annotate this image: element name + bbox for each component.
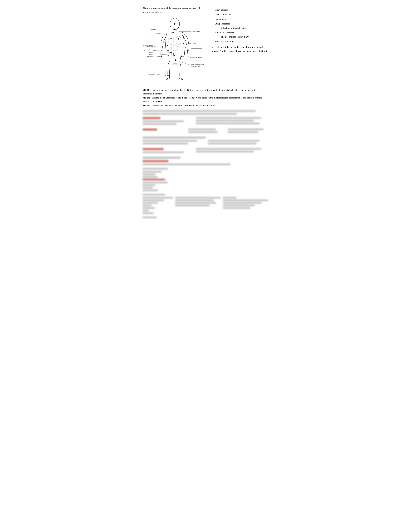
list-item-pneumonia: Pneumonia (212, 17, 268, 21)
svg-point-2 (168, 36, 174, 45)
body-diagram: Genitals (143, 16, 204, 83)
foot-ulcer-label: Foot ulcer/infection (215, 40, 234, 43)
learning-objectives: MI-20c . List the major anaerobes found … (143, 88, 268, 107)
svg-text:Peritonitis: Peritonitis (148, 52, 153, 53)
svg-line-31 (153, 50, 168, 51)
pleural-space-label: Infection of pleural space (221, 27, 246, 29)
svg-text:Diverticular abscess: Diverticular abscess (191, 57, 202, 58)
infection-list: Brain abscess Dental infections Pneumoni… (212, 8, 268, 43)
svg-text:Genitals: Genitals (173, 63, 177, 64)
dental-infections-label: Dental infections (215, 13, 232, 16)
svg-point-10 (170, 38, 171, 39)
svg-text:Decubitus and: Decubitus and (147, 72, 155, 74)
svg-text:Appendicitis: Appendicitis (147, 56, 153, 57)
svg-line-23 (157, 29, 175, 29)
right-column: Brain abscess Dental infections Pneumoni… (212, 6, 268, 83)
pneumonia-label: Pneumonia (215, 18, 226, 20)
svg-text:Cellulitis: Cellulitis (192, 43, 196, 44)
page-content: There are some common infections/process… (143, 6, 268, 219)
lung-abscesses-label: Lung abscesses (215, 22, 230, 25)
svg-line-28 (154, 46, 167, 47)
anatomy-diagram: Genitals (143, 16, 204, 83)
left-column: There are some common infections/process… (143, 6, 205, 83)
list-item-pleural: Infection of pleural space (218, 26, 268, 30)
page-top: There are some common infections/process… (143, 6, 268, 83)
svg-line-44 (184, 43, 191, 44)
objective-mi20c: MI-20c . List the major anaerobes found … (143, 88, 268, 95)
brain-abscess-label: Brain abscess (215, 9, 228, 11)
list-item-brain: Brain abscess (212, 8, 268, 12)
svg-point-9 (173, 32, 174, 33)
svg-point-3 (176, 36, 181, 45)
objective-mi20d-label: MI-20d (143, 96, 150, 99)
lung-sublist: Infection of pleural space (218, 26, 268, 30)
list-item-dental: Dental infections (212, 13, 268, 17)
svg-point-7 (174, 23, 176, 25)
objective-mi20d: MI-20d . List the major anaerobes found … (143, 96, 268, 103)
svg-text:Infection from bite: Infection from bite (192, 48, 202, 49)
summary-text: It is quite a list that anaerobes can pl… (212, 45, 268, 53)
anaerobe-risk-label: Risk of anaerobe escaping?? (221, 36, 249, 38)
abdomen-abscesses-label: Abdomen abscesses (215, 31, 234, 34)
objective-mi20e-text: . Describe the general principles of tre… (150, 104, 215, 107)
svg-point-11 (178, 38, 179, 39)
objective-mi20d-text: . List the major anaerobes found in the … (143, 96, 262, 103)
blurred-section (143, 110, 268, 219)
svg-line-26 (156, 33, 173, 34)
svg-text:Subphrenic abscess: Subphrenic abscess (143, 49, 153, 51)
svg-point-14 (168, 50, 168, 51)
svg-text:Chronic otitis, mastoiditis,: Chronic otitis, mastoiditis, (143, 27, 157, 29)
list-item-lung: Lung abscesses Infection of pleural spac… (212, 22, 268, 30)
svg-text:Abscess: Abscess (149, 54, 153, 55)
svg-point-12 (183, 43, 184, 44)
svg-line-48 (181, 56, 190, 57)
svg-text:foot ulcers: foot ulcers (149, 74, 155, 75)
svg-text:and empyema: and empyema (146, 46, 154, 48)
list-item-anaerobe-risk: Risk of anaerobe escaping?? (218, 35, 268, 39)
svg-line-37 (153, 56, 175, 57)
svg-line-39 (155, 74, 168, 76)
svg-text:and sinusitis: and sinusitis (150, 29, 156, 30)
svg-point-4 (171, 45, 178, 51)
svg-text:Brain abscess: Brain abscess (150, 21, 158, 23)
objective-mi20c-label: MI-20c (143, 89, 150, 91)
list-item-foot: Foot ulcer/infection (212, 40, 268, 43)
objective-mi20e-label: MI-20e (143, 104, 150, 107)
svg-text:Septic thrombophlebitis: Septic thrombophlebitis (143, 32, 155, 34)
svg-line-50 (176, 60, 190, 65)
svg-line-46 (184, 47, 192, 48)
svg-text:and endometritis: and endometritis (191, 66, 200, 67)
objective-mi20e: MI-20e . Describe the general principles… (143, 104, 268, 107)
intro-text: There are some common infections/process… (143, 6, 205, 14)
abdomen-sublist: Risk of anaerobe escaping?? (218, 35, 268, 39)
svg-text:Pneumonia, lung abscess,: Pneumonia, lung abscess, (143, 45, 153, 46)
objective-mi20c-text: . List the major anaerobes found in the … (143, 89, 259, 95)
svg-point-8 (174, 28, 175, 30)
svg-line-35 (153, 54, 173, 55)
list-item-abdomen: Abdomen abscesses Risk of anaerobe escap… (212, 31, 268, 39)
svg-text:Pelvic inflammatory disease: Pelvic inflammatory disease (191, 64, 204, 65)
svg-text:Dental infection: Dental infection (192, 31, 200, 32)
